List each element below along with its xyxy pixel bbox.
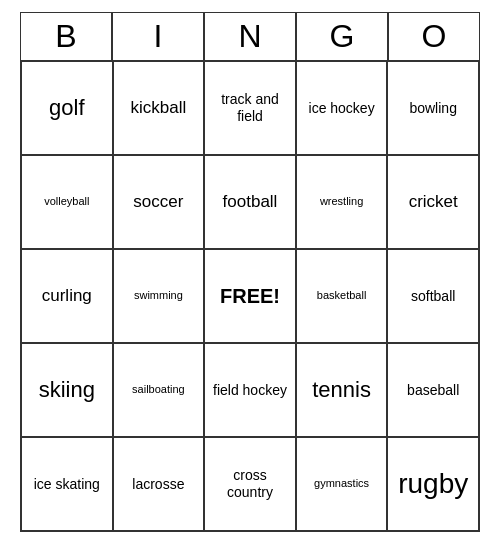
cell-1-5: bowling: [387, 61, 479, 155]
cell-5-5: rugby: [387, 437, 479, 531]
cell-4-5: baseball: [387, 343, 479, 437]
cell-5-4: gymnastics: [296, 437, 388, 531]
cell-3-5: softball: [387, 249, 479, 343]
header-b: B: [20, 12, 112, 60]
cell-1-2: kickball: [113, 61, 205, 155]
cell-1-1: golf: [21, 61, 113, 155]
cell-2-3: football: [204, 155, 296, 249]
cell-4-3: field hockey: [204, 343, 296, 437]
cell-5-2: lacrosse: [113, 437, 205, 531]
header-n: N: [204, 12, 296, 60]
header-o: O: [388, 12, 480, 60]
cell-5-3: cross country: [204, 437, 296, 531]
cell-3-1: curling: [21, 249, 113, 343]
header-i: I: [112, 12, 204, 60]
cell-4-2: sailboating: [113, 343, 205, 437]
cell-3-3-free: FREE!: [204, 249, 296, 343]
cell-1-4: ice hockey: [296, 61, 388, 155]
header-g: G: [296, 12, 388, 60]
cell-3-2: swimming: [113, 249, 205, 343]
cell-4-1: skiing: [21, 343, 113, 437]
cell-5-1: ice skating: [21, 437, 113, 531]
cell-1-3: track and field: [204, 61, 296, 155]
cell-2-5: cricket: [387, 155, 479, 249]
cell-4-4: tennis: [296, 343, 388, 437]
cell-2-4: wrestling: [296, 155, 388, 249]
bingo-grid: golf kickball track and field ice hockey…: [20, 60, 480, 532]
bingo-header: B I N G O: [20, 12, 480, 60]
cell-2-1: volleyball: [21, 155, 113, 249]
cell-2-2: soccer: [113, 155, 205, 249]
cell-3-4: basketball: [296, 249, 388, 343]
bingo-card: B I N G O golf kickball track and field …: [20, 12, 480, 532]
